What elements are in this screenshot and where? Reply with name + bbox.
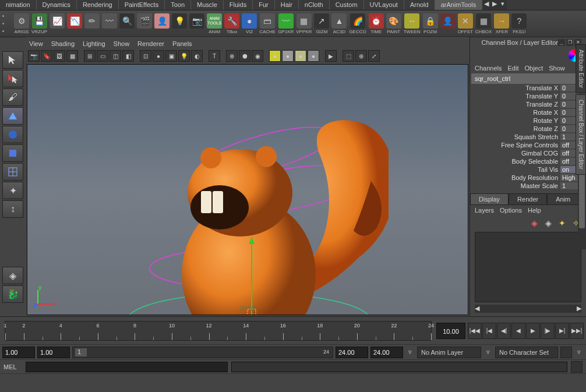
paint-tool[interactable]: 🖌 xyxy=(2,89,23,106)
ptb-light[interactable]: 💡 xyxy=(178,50,190,62)
shelf-handle[interactable] xyxy=(2,12,10,36)
shelf-item-22[interactable]: ↔TWEEN xyxy=(404,13,421,34)
layer-scrollbar[interactable]: ◀▶ xyxy=(475,305,581,313)
minimize-icon[interactable]: _ xyxy=(558,39,565,46)
shelf-item-20[interactable]: ⏰TIME xyxy=(369,13,384,34)
options-menu[interactable]: Options xyxy=(500,207,522,214)
go-start-button[interactable]: |◀◀ xyxy=(468,323,482,339)
panel-shading[interactable]: Shading xyxy=(51,40,75,47)
attr-rotate-z[interactable]: Rotate Z0 xyxy=(471,125,578,133)
panel-lighting[interactable]: Lighting xyxy=(83,40,105,47)
char-set-dropdown[interactable]: No Character Set xyxy=(495,347,558,358)
next-key-button[interactable]: ▶| xyxy=(555,323,569,339)
panel-show[interactable]: Show xyxy=(114,40,130,47)
range-inner-end[interactable] xyxy=(336,347,368,358)
autokey-icon[interactable] xyxy=(560,347,572,358)
ptb-wire[interactable]: ⊡ xyxy=(140,50,151,62)
shelf-item-1[interactable]: 💾VRZUP xyxy=(31,13,47,34)
layer-new-empty-icon[interactable]: ✦ xyxy=(557,218,567,228)
shelf-item-11[interactable]: ANIM TOOLSANIM xyxy=(207,13,222,34)
node-name[interactable]: sqr_root_ctrl xyxy=(471,73,578,84)
ptb-reso[interactable]: ◫ xyxy=(110,50,121,62)
ptb-safe[interactable]: ◧ xyxy=(122,50,134,62)
tab-rendering[interactable]: Rendering xyxy=(77,0,119,10)
shelf-item-14[interactable]: 🗃CACHE xyxy=(259,13,276,34)
shelf-item-10[interactable]: 📷 xyxy=(189,13,204,34)
tab-muscle[interactable]: Muscle xyxy=(191,0,224,10)
tab-fluids[interactable]: Fluids xyxy=(224,0,253,10)
ptb-isolate[interactable]: T xyxy=(209,50,220,62)
attr-squash-stretch[interactable]: Squash Stretch1 xyxy=(471,133,578,141)
shelf-item-24[interactable]: 👤 xyxy=(440,13,456,34)
ptb-ball2[interactable]: ● xyxy=(282,50,294,62)
panel-renderer[interactable]: Renderer xyxy=(137,40,164,47)
shelf-item-19[interactable]: 🌈GECCO xyxy=(349,13,366,34)
layer-tab-display[interactable]: Display xyxy=(470,193,509,205)
tab-hair[interactable]: Hair xyxy=(275,0,299,10)
attr-translate-z[interactable]: Translate Z0 xyxy=(471,100,578,108)
vtab-attribute-editor[interactable]: Attribute Editor xyxy=(576,44,586,93)
attr-free-spine-controls[interactable]: Free Spine Controlsoff xyxy=(471,141,578,149)
range-start[interactable] xyxy=(2,347,35,358)
shelf-item-7[interactable]: 🎬 xyxy=(137,13,152,34)
attr-gimbal-cog[interactable]: Gimbal COGoff xyxy=(471,149,578,157)
tab-animation[interactable]: nimation xyxy=(0,0,37,10)
time-slider-track[interactable]: 124681012141618202224 xyxy=(5,321,432,341)
layers-menu[interactable]: Layers xyxy=(475,207,494,214)
ptb-exp2[interactable]: ⤢ xyxy=(368,50,380,62)
vtab-channel-box[interactable]: Channel Box / Layer Editor xyxy=(576,94,586,175)
shelf-item-0[interactable]: ⚙ARIGS xyxy=(14,13,29,34)
last-tool[interactable]: ↕ xyxy=(2,200,23,218)
tab-menu[interactable]: ▾ xyxy=(499,0,507,10)
ptb-grid[interactable]: ⊞ xyxy=(84,50,96,62)
viewport-3d[interactable]: y x z persp xyxy=(27,64,468,315)
ptb-film[interactable]: ▦ xyxy=(66,50,78,62)
tab-arnold[interactable]: Arnold xyxy=(404,0,435,10)
shelf-item-17[interactable]: ↗GIZM xyxy=(314,13,329,34)
layer-move-up-icon[interactable]: ◈ xyxy=(529,218,539,228)
tab-aranimtools[interactable]: arAnimTools xyxy=(435,0,483,10)
ptb-select-cam[interactable]: 📷 xyxy=(28,50,40,62)
ptb-xray[interactable]: ⊗ xyxy=(226,50,238,62)
tab-painteffects[interactable]: PaintEffects xyxy=(119,0,165,10)
ptb-wireshade[interactable]: ◉ xyxy=(252,50,263,62)
tab-toon[interactable]: Toon xyxy=(165,0,191,10)
ptb-cube[interactable]: ⬚ xyxy=(343,50,354,62)
ptb-tex[interactable]: ▣ xyxy=(165,50,177,62)
attr-translate-y[interactable]: Translate Y0 xyxy=(471,92,578,100)
attr-master-scale[interactable]: Master Scale1 xyxy=(471,182,578,190)
ptb-shade[interactable]: ● xyxy=(153,50,164,62)
shelf-item-13[interactable]: ●VIZ xyxy=(242,13,257,34)
lasso-tool[interactable] xyxy=(2,70,23,87)
ptb-ball1[interactable]: ● xyxy=(269,50,281,62)
ptb-ball3[interactable]: ● xyxy=(295,50,306,62)
panel-view[interactable]: View xyxy=(29,40,43,47)
soft-tool[interactable]: ✦ xyxy=(2,182,23,199)
attr-body-selectable[interactable]: Body Selectableoff xyxy=(471,157,578,165)
panel-panels[interactable]: Panels xyxy=(172,40,192,47)
range-inner-start[interactable] xyxy=(37,347,70,358)
anim-layer-dropdown[interactable]: No Anim Layer xyxy=(417,347,481,358)
step-forward-button[interactable]: |▶ xyxy=(541,323,555,339)
script-editor-icon[interactable] xyxy=(571,361,583,373)
shelf-item-27[interactable]: →XFER xyxy=(494,13,509,34)
manip-tool[interactable] xyxy=(2,163,23,181)
attr-body-resolution[interactable]: Body ResolutionHigh xyxy=(471,174,578,182)
cmd-input[interactable] xyxy=(26,362,228,372)
shelf-item-4[interactable]: ✏ xyxy=(84,13,100,34)
layout-tool[interactable]: ◈ xyxy=(2,267,23,284)
attr-rotate-x[interactable]: Rotate X0 xyxy=(471,108,578,116)
ptb-shadow[interactable]: ◐ xyxy=(191,50,203,62)
tab-uvlayout[interactable]: UVLayout xyxy=(364,0,404,10)
attr-rotate-y[interactable]: Rotate Y0 xyxy=(471,116,578,125)
shelf-item-25[interactable]: ✕OFFST xyxy=(458,13,473,34)
tab-scroll-left[interactable]: ◀ xyxy=(482,0,490,10)
prefs-icon[interactable]: ▿ xyxy=(574,348,584,356)
layer-list[interactable] xyxy=(475,232,581,302)
current-time[interactable]: 10.00 xyxy=(436,323,465,339)
tab-dynamics[interactable]: Dynamics xyxy=(37,0,77,10)
prev-key-button[interactable]: |◀ xyxy=(482,323,496,339)
tab-ncloth[interactable]: nCloth xyxy=(299,0,330,10)
ptb-ball4[interactable]: ● xyxy=(308,50,319,62)
channels-menu[interactable]: Channels xyxy=(475,65,502,72)
